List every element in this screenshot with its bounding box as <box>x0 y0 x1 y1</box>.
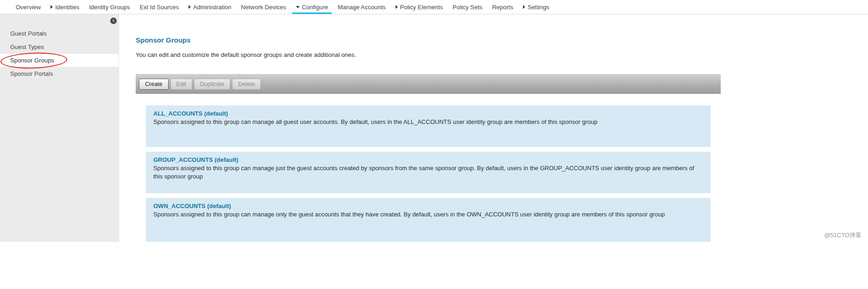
chevron-right-icon <box>523 5 525 9</box>
duplicate-button[interactable]: Duplicate <box>194 79 230 90</box>
nav-item-ext-id-sources[interactable]: Ext Id Sources <box>138 0 180 14</box>
sponsor-group-description: Sponsors assigned to this group can mana… <box>153 118 703 126</box>
nav-item-administration[interactable]: Administration <box>188 0 232 14</box>
sponsor-group-card[interactable]: ALL_ACCOUNTS (default) Sponsors assigned… <box>146 105 711 147</box>
nav-item-label: Manage Accounts <box>338 4 385 11</box>
sidebar-collapse-row: ‹ <box>0 14 119 27</box>
top-navigation: Overview Identities Identity Groups Ext … <box>0 0 868 14</box>
sponsor-group-description: Sponsors assigned to this group can mana… <box>153 210 703 219</box>
sponsor-groups-list: ALL_ACCOUNTS (default) Sponsors assigned… <box>136 94 721 242</box>
nav-item-label: Overview <box>16 4 41 11</box>
sidebar-item-label: Guest Types <box>10 43 44 50</box>
collapse-sidebar-button[interactable]: ‹ <box>110 18 117 24</box>
sidebar-item-label: Sponsor Portals <box>10 70 53 77</box>
main-content: Sponsor Groups You can edit and customiz… <box>136 14 721 246</box>
nav-item-label: Network Devices <box>241 4 286 11</box>
nav-item-overview[interactable]: Overview <box>15 0 42 14</box>
chevron-left-icon: ‹ <box>113 17 114 24</box>
nav-item-label: Policy Sets <box>453 4 482 11</box>
sponsor-group-card[interactable]: GROUP_ACCOUNTS (default) Sponsors assign… <box>146 152 711 193</box>
nav-item-settings[interactable]: Settings <box>522 0 550 14</box>
nav-item-label: Administration <box>193 4 231 11</box>
sponsor-group-name[interactable]: OWN_ACCOUNTS (default) <box>153 203 703 209</box>
sponsor-group-description: Sponsors assigned to this group can mana… <box>153 164 703 180</box>
nav-item-configure[interactable]: Configure <box>295 0 329 14</box>
chevron-down-icon <box>296 6 300 8</box>
chevron-right-icon <box>189 5 191 9</box>
nav-item-reports[interactable]: Reports <box>491 0 514 14</box>
nav-item-label: Identities <box>55 4 79 11</box>
sidebar-item-sponsor-portals[interactable]: Sponsor Portals <box>0 67 119 80</box>
sidebar-item-sponsor-groups[interactable]: Sponsor Groups <box>0 54 119 67</box>
edit-button[interactable]: Edit <box>170 79 193 90</box>
sidebar-item-guest-portals[interactable]: Guest Portals <box>0 27 119 40</box>
sponsor-group-card[interactable]: OWN_ACCOUNTS (default) Sponsors assigned… <box>146 198 711 242</box>
nav-item-label: Ext Id Sources <box>139 4 179 11</box>
nav-item-identity-groups[interactable]: Identity Groups <box>88 0 131 14</box>
nav-item-identities[interactable]: Identities <box>50 0 80 14</box>
page-description: You can edit and customize the default s… <box>136 51 721 58</box>
nav-item-label: Policy Elements <box>400 4 443 11</box>
active-tab-indicator <box>292 12 332 14</box>
chevron-right-icon <box>50 5 53 9</box>
chevron-right-icon <box>396 5 398 9</box>
create-button[interactable]: Create <box>139 79 169 90</box>
nav-item-label: Settings <box>528 4 549 11</box>
watermark: @51CTO博客 <box>824 231 862 240</box>
delete-button[interactable]: Delete <box>232 79 261 90</box>
nav-item-label: Reports <box>492 4 513 11</box>
nav-item-policy-elements[interactable]: Policy Elements <box>395 0 444 14</box>
nav-item-policy-sets[interactable]: Policy Sets <box>452 0 483 14</box>
sidebar-item-label: Sponsor Groups <box>10 57 54 64</box>
nav-item-label: Identity Groups <box>89 4 130 11</box>
nav-item-network-devices[interactable]: Network Devices <box>240 0 287 14</box>
sidebar-item-guest-types[interactable]: Guest Types <box>0 40 119 54</box>
nav-item-manage-accounts[interactable]: Manage Accounts <box>337 0 386 14</box>
sponsor-group-name[interactable]: GROUP_ACCOUNTS (default) <box>153 156 703 163</box>
sidebar-item-label: Guest Portals <box>10 30 47 37</box>
sponsor-group-name[interactable]: ALL_ACCOUNTS (default) <box>153 110 703 117</box>
sidebar: ‹ Guest Portals Guest Types Sponsor Grou… <box>0 14 119 242</box>
toolbar: Create Edit Duplicate Delete <box>136 74 721 94</box>
page-title: Sponsor Groups <box>136 36 721 44</box>
nav-item-label: Configure <box>302 4 328 11</box>
